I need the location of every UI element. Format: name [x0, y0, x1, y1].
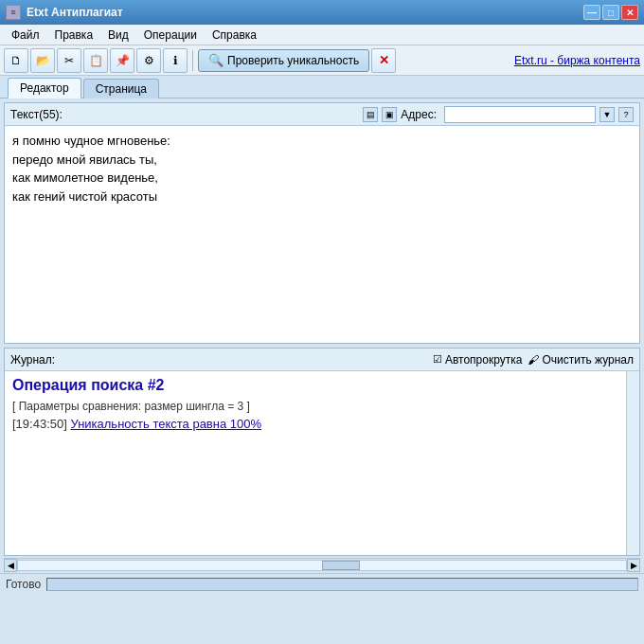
- text-line-2: передо мной явилась ты,: [12, 151, 632, 170]
- operation-result: [19:43:50] Уникальность текста равна 100…: [12, 417, 622, 431]
- cut-icon: ✂: [64, 54, 74, 67]
- address-input[interactable]: [444, 106, 596, 123]
- new-file-icon: 🗋: [10, 54, 22, 67]
- gear-icon: ⚙: [144, 54, 154, 67]
- cancel-check-button[interactable]: ✕: [371, 48, 396, 73]
- scroll-track[interactable]: [17, 560, 627, 571]
- scroll-thumb[interactable]: [322, 561, 360, 570]
- filter-btn[interactable]: ▼: [599, 107, 615, 122]
- minimize-button[interactable]: —: [583, 5, 600, 20]
- address-label: Адрес:: [401, 108, 437, 121]
- menu-help[interactable]: Справка: [205, 27, 264, 44]
- close-button[interactable]: ✕: [621, 5, 638, 20]
- progress-bar: [46, 578, 638, 591]
- operation-title: Операция поиска #2: [12, 377, 622, 394]
- view-btn-1[interactable]: ▤: [363, 107, 378, 122]
- maximize-button[interactable]: □: [602, 5, 619, 20]
- cut-button[interactable]: ✂: [57, 48, 81, 73]
- app-icon: ≡: [6, 5, 21, 20]
- view-btn-2[interactable]: ▣: [382, 107, 397, 122]
- menu-view[interactable]: Вид: [100, 27, 136, 44]
- tab-page[interactable]: Страница: [83, 79, 159, 98]
- text-line-3: как мимолетное виденье,: [12, 169, 632, 188]
- status-bar: Готово: [0, 573, 644, 594]
- operation-params: [ Параметры сравнения: размер шингла = 3…: [12, 400, 622, 413]
- app-title: Etxt Антиплагиат: [27, 6, 583, 19]
- result-timestamp: [19:43:50]: [12, 417, 67, 431]
- log-scrollbar[interactable]: [626, 371, 639, 555]
- scroll-left-btn[interactable]: ◀: [4, 559, 17, 572]
- autoscroll-label: Автопрокрутка: [445, 353, 522, 367]
- brush-icon: 🖌: [528, 353, 539, 367]
- text-line-1: я помню чудное мгновенье:: [12, 132, 632, 151]
- new-file-button[interactable]: 🗋: [4, 48, 28, 73]
- editor-label: Текст(55):: [10, 108, 359, 121]
- settings-button[interactable]: ⚙: [136, 48, 161, 73]
- info-button[interactable]: ℹ: [163, 48, 188, 73]
- editor-controls: ▤ ▣ Адрес: ▼ ?: [363, 106, 634, 123]
- autoscroll-checkbox-row[interactable]: ☑ Автопрокрутка: [433, 353, 522, 367]
- menu-file[interactable]: Файл: [4, 27, 47, 44]
- paste-button[interactable]: 📌: [110, 48, 134, 73]
- open-file-icon: 📂: [36, 54, 50, 67]
- log-label: Журнал:: [10, 353, 433, 367]
- log-content[interactable]: Операция поиска #2 [ Параметры сравнения…: [5, 371, 639, 555]
- etxt-link[interactable]: Etxt.ru - биржа контента: [514, 54, 640, 67]
- info-icon: ℹ: [173, 54, 178, 67]
- help-btn[interactable]: ?: [618, 107, 634, 122]
- cancel-icon: ✕: [379, 53, 389, 67]
- log-controls: ☑ Автопрокрутка 🖌 Очистить журнал: [433, 353, 634, 367]
- window-controls: — □ ✕: [583, 5, 638, 20]
- menu-edit[interactable]: Правка: [47, 27, 101, 44]
- editor-toolbar: Текст(55): ▤ ▣ Адрес: ▼ ?: [5, 103, 639, 126]
- search-icon: 🔍: [208, 53, 224, 67]
- copy-button[interactable]: 📋: [83, 48, 108, 73]
- clear-log-button[interactable]: 🖌 Очистить журнал: [528, 353, 634, 367]
- paste-icon: 📌: [116, 54, 130, 67]
- check-uniqueness-button[interactable]: 🔍 Проверить уникальность: [198, 49, 369, 72]
- log-toolbar: Журнал: ☑ Автопрокрутка 🖌 Очистить журна…: [5, 349, 639, 371]
- log-section: Журнал: ☑ Автопрокрутка 🖌 Очистить журна…: [4, 348, 640, 556]
- toolbar-separator: [192, 50, 193, 71]
- text-line-4: как гений чистой красоты: [12, 188, 632, 206]
- editor-content[interactable]: я помню чудное мгновенье: передо мной яв…: [5, 126, 639, 343]
- toolbar: 🗋 📂 ✂ 📋 📌 ⚙ ℹ 🔍 Проверить уникальность ✕…: [0, 45, 644, 76]
- bottom-scrollbar[interactable]: ◀ ▶: [4, 558, 640, 571]
- checkbox-checked-icon: ☑: [433, 353, 442, 366]
- tab-editor[interactable]: Редактор: [8, 78, 81, 98]
- open-file-button[interactable]: 📂: [30, 48, 55, 73]
- tab-bar: Редактор Страница: [0, 76, 644, 98]
- editor-area: Текст(55): ▤ ▣ Адрес: ▼ ? я помню чудное…: [4, 102, 640, 344]
- title-bar: ≡ Etxt Антиплагиат — □ ✕: [0, 0, 644, 25]
- menu-bar: Файл Правка Вид Операции Справка: [0, 25, 644, 45]
- uniqueness-result-link[interactable]: Уникальность текста равна 100%: [70, 417, 261, 431]
- menu-operations[interactable]: Операции: [136, 27, 205, 44]
- scroll-right-btn[interactable]: ▶: [627, 559, 640, 572]
- copy-icon: 📋: [89, 54, 103, 67]
- status-text: Готово: [6, 578, 41, 591]
